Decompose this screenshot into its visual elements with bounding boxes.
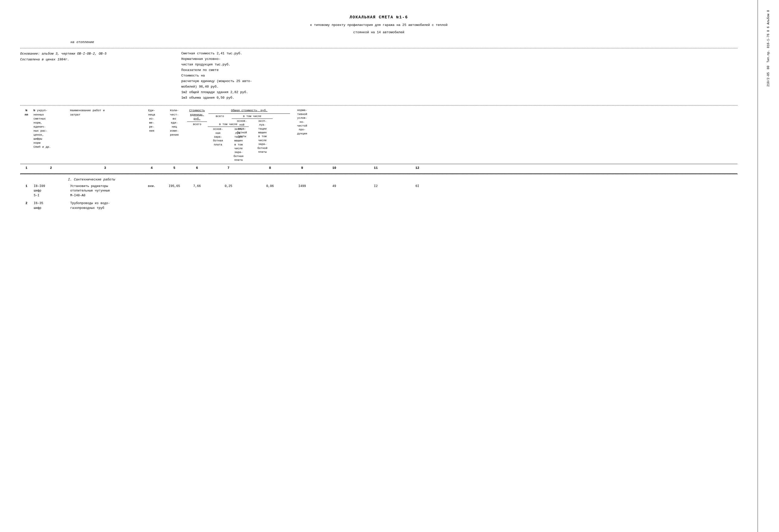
table-row: 1 I8–I09 шифр 5–I Установить радиаторы о…	[20, 184, 737, 199]
dr-ucb-2	[208, 201, 249, 202]
cn-4: 4	[141, 166, 162, 170]
dr-np-2	[397, 201, 438, 202]
th-unit: Еди- ница из- ме- ре- ния	[141, 108, 162, 133]
dr-te-1: I2	[355, 184, 397, 189]
info-osnowanie: Основание: альбом 3, чертежи ОВ-I-ОВ-2, …	[20, 51, 171, 57]
info-norm1: Нормативная условно-	[181, 56, 737, 62]
separator-col-num-bottom	[20, 174, 737, 174]
th-code: № укруп- ненных сметных норм, единич- ны…	[33, 108, 69, 149]
cn-10: 10	[313, 166, 355, 170]
cn-12: 12	[397, 166, 438, 170]
separator-header-bottom	[20, 164, 737, 164]
dr-uce-1: 0,06	[249, 184, 291, 189]
dr-uct-2	[186, 201, 208, 202]
info-area: 1м2 общей площади здания 2,82 руб.	[181, 89, 737, 95]
cn-7: 7	[208, 166, 249, 170]
cn-9: 9	[291, 166, 313, 170]
page-title: ЛОКАЛЬНАЯ СМЕТА №1-6	[20, 15, 737, 20]
section1-title: I. Сантехнические работы	[68, 178, 737, 182]
dr-num-1: 1	[20, 184, 33, 189]
th-norm-prod: норма- тивной услов- но- чистой про- дук…	[291, 108, 313, 136]
subtitle2: стоянкой на 14 автомобилей	[265, 30, 492, 35]
cn-5: 5	[162, 166, 186, 170]
dr-uce-2	[249, 201, 291, 202]
dr-code-1: I8–I09 шифр 5–I	[33, 184, 69, 199]
th-total-cost-group: Общая стоимость, руб. всего в том числе …	[208, 108, 291, 154]
th-qty: Коли- чест- во еди- ниц изме- рения	[162, 108, 186, 137]
dr-unit-2	[141, 201, 162, 202]
dr-ta-1: I499	[291, 184, 313, 189]
cn-6: 6	[186, 166, 208, 170]
cn-8: 8	[249, 166, 291, 170]
dr-uct-1: 7,66	[186, 184, 208, 189]
dr-ucb-1: 0,25	[208, 184, 249, 189]
table-row: 2 I6–35 шифр Трубопроводы из водо- газоп…	[20, 201, 737, 211]
dr-unit-1: вкм.	[141, 184, 162, 189]
cn-1: 1	[20, 166, 33, 170]
th-name: Наименование работ и затрат	[69, 108, 141, 117]
side-bar: Тип.пр. 816-1-76 8 6 Альбом 8 80 210/2-0…	[758, 0, 779, 532]
info-right: Сметная стоимость 2,41 тыс.руб. Норматив…	[181, 51, 737, 101]
dr-te-2	[355, 201, 397, 202]
cn-11: 11	[355, 166, 397, 170]
page-container: Тип.пр. 816-1-76 8 6 Альбом 8 80 210/2-0…	[0, 0, 779, 532]
side-text-page-num: 80	[767, 66, 770, 69]
table-header: № пп № укруп- ненных сметных норм, едини…	[20, 108, 737, 162]
info-volume: 1м3 объема здания 0,50 руб.	[181, 95, 737, 101]
cn-2: 2	[33, 166, 69, 170]
side-text-project-info: Тип.пр. 816-1-76 8 6 Альбом 8	[767, 10, 770, 63]
info-norm2: чистая продукция тыс.руб.	[181, 62, 737, 67]
th-unit-cost-group: Стоимость единицы, руб. всего в том числ…	[186, 108, 208, 162]
title-section: ЛОКАЛЬНАЯ СМЕТА №1-6 к типовому проекту …	[20, 15, 737, 35]
subtitle3: на отопление	[70, 40, 737, 44]
cn-3: 3	[69, 166, 141, 170]
dr-num-2: 2	[20, 201, 33, 206]
th-num: № пп	[20, 108, 33, 117]
separator-2	[20, 105, 737, 106]
dr-qty-2	[162, 201, 186, 202]
dr-code-2: I6–35 шифр	[33, 201, 69, 211]
dr-np-1: 6I	[397, 184, 438, 189]
info-left: Основание: альбом 3, чертежи ОВ-I-ОВ-2, …	[20, 51, 171, 101]
info-sostav: Составлена в ценах 1984г.	[20, 57, 171, 62]
dr-name-2: Трубопроводы из водо- газопроводных труб	[69, 201, 141, 211]
dr-qty-1: I95,65	[162, 184, 186, 189]
info-cost2: Стоимость на	[181, 73, 737, 78]
subtitle1: к типовому проекту профилактория для гар…	[265, 23, 492, 28]
main-content: ЛОКАЛЬНАЯ СМЕТА №1-6 к типовому проекту …	[20, 15, 737, 211]
info-show: Показатели по смете	[181, 67, 737, 73]
table-body: 1 I8–I09 шифр 5–I Установить радиаторы о…	[20, 184, 737, 211]
dr-name-1: Установить радиаторы отопительные чугунн…	[69, 184, 141, 199]
side-text-doc-num: 210/2-05	[767, 72, 770, 87]
col-numbers-row: 1 2 3 4 5 6 7 8 9 10 11 12	[20, 165, 737, 171]
dr-tb-2	[313, 201, 355, 202]
dr-tb-1: 49	[313, 184, 355, 189]
info-cost: Сметная стоимость 2,41 тыс.руб.	[181, 51, 737, 56]
info-section: Основание: альбом 3, чертежи ОВ-I-ОВ-2, …	[20, 51, 737, 101]
separator-1	[20, 48, 737, 48]
info-unit2: мобилей) 96,40 руб.	[181, 84, 737, 89]
info-unit1: расчетную единицу (мощность 25 авто-	[181, 78, 737, 84]
dr-ta-2	[291, 201, 313, 202]
